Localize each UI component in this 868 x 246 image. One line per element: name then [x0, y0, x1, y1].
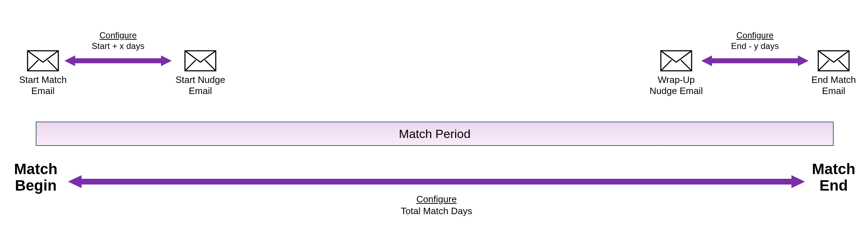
- email-end-match-line1: End Match: [811, 74, 856, 85]
- match-begin-line1: Match: [11, 161, 61, 177]
- bottom-configure-label: Configure: [401, 194, 472, 205]
- email-start-nudge-line1: Start Nudge: [176, 74, 225, 85]
- svg-rect-1: [74, 58, 162, 63]
- configure-sub-right: End - y days: [731, 41, 779, 51]
- match-end-label: Match End: [809, 161, 859, 194]
- email-start-match-line2: Email: [31, 85, 54, 97]
- email-start-match-line1: Start Match: [19, 74, 67, 85]
- svg-rect-4: [711, 58, 799, 63]
- configure-label-left: Configure: [99, 30, 137, 40]
- double-arrow-left: [64, 55, 172, 67]
- email-wrap-up-line1: Wrap-Up: [658, 74, 695, 85]
- match-begin-line2: Begin: [11, 177, 61, 194]
- bottom-configure-sub: Total Match Days: [401, 206, 472, 217]
- email-start-match: Start Match Email: [11, 50, 75, 97]
- match-end-line1: Match: [809, 161, 859, 177]
- match-period-bar: Match Period: [36, 122, 834, 146]
- configure-sub-left: Start + x days: [92, 41, 144, 51]
- match-end-line2: End: [809, 177, 859, 194]
- double-arrow-bottom: [68, 174, 805, 189]
- email-end-match-line2: Email: [822, 85, 845, 97]
- top-annot-right: Configure End - y days: [701, 30, 809, 67]
- email-end-match: End Match Email: [801, 50, 866, 97]
- match-begin-label: Match Begin: [11, 161, 61, 194]
- email-start-nudge-line2: Email: [189, 85, 212, 97]
- match-period-label: Match Period: [399, 127, 470, 141]
- svg-rect-19: [81, 179, 792, 184]
- double-arrow-right: [701, 55, 809, 67]
- svg-marker-18: [68, 175, 82, 188]
- email-wrap-up-line2: Nudge Email: [650, 85, 703, 97]
- bottom-arrow-group: Configure Total Match Days: [68, 174, 805, 220]
- envelope-icon: [27, 50, 59, 72]
- envelope-icon: [184, 50, 216, 72]
- configure-label-right: Configure: [736, 30, 774, 40]
- top-annot-left: Configure Start + x days: [64, 30, 172, 67]
- svg-marker-20: [791, 175, 805, 188]
- envelope-icon: [818, 50, 850, 72]
- envelope-icon: [660, 50, 692, 72]
- email-wrap-up-nudge: Wrap-Up Nudge Email: [640, 50, 712, 97]
- match-period-diagram: Configure Start + x days Configure End -…: [0, 0, 868, 246]
- email-start-nudge: Start Nudge Email: [168, 50, 233, 97]
- bottom-configure: Configure Total Match Days: [401, 194, 472, 220]
